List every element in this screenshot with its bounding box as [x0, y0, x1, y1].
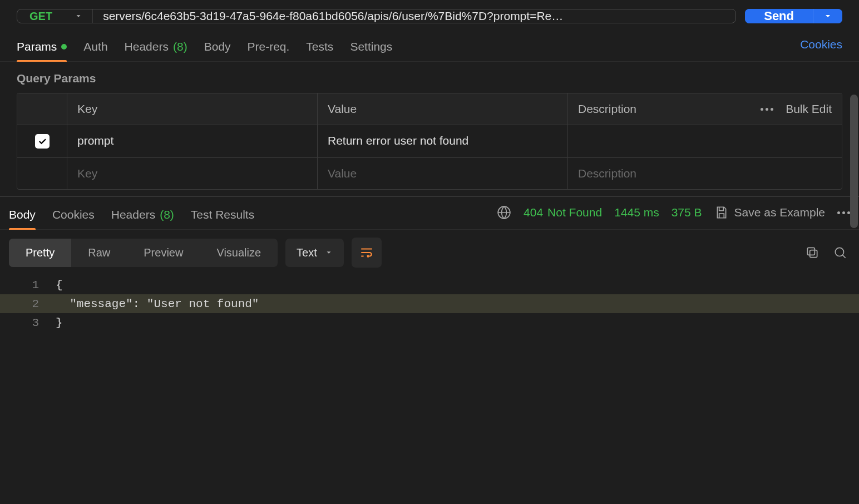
response-time: 1445 ms: [614, 206, 659, 219]
save-as-example-button[interactable]: Save as Example: [714, 205, 825, 220]
more-columns-icon[interactable]: [761, 108, 773, 111]
check-icon: [37, 136, 47, 146]
tab-auth[interactable]: Auth: [83, 36, 107, 61]
param-value-input[interactable]: Return error user not found: [318, 125, 568, 157]
svg-rect-1: [810, 250, 817, 258]
chevron-down-icon: [325, 249, 333, 256]
tab-params[interactable]: Params: [17, 36, 67, 61]
response-status: 404 Not Found: [524, 206, 602, 219]
chevron-down-icon: [823, 12, 832, 21]
tab-headers-label: Headers: [125, 40, 169, 53]
tab-test-results[interactable]: Test Results: [191, 204, 254, 229]
send-button[interactable]: Send: [745, 9, 813, 23]
copy-icon: [805, 245, 819, 260]
search-icon: [833, 245, 847, 260]
header-description: Description Bulk Edit: [568, 93, 842, 125]
chevron-down-icon: [75, 12, 82, 20]
param-description-input[interactable]: [568, 125, 842, 157]
status-code: 404: [524, 206, 543, 219]
globe-icon[interactable]: [497, 205, 511, 220]
format-label: Text: [297, 246, 317, 259]
http-method-label: GET: [29, 10, 52, 23]
param-key-input[interactable]: prompt: [67, 125, 318, 157]
url-input[interactable]: [93, 9, 735, 23]
scrollbar[interactable]: [850, 95, 858, 228]
send-options-button[interactable]: [813, 9, 842, 23]
tab-tests[interactable]: Tests: [306, 36, 333, 61]
view-mode-group: Pretty Raw Preview Visualize: [9, 239, 278, 267]
response-size: 375 B: [672, 206, 702, 219]
code-line: "message": "User not found": [56, 298, 859, 310]
line-number: 3: [0, 317, 56, 329]
tab-headers[interactable]: Headers (8): [125, 36, 187, 61]
tab-response-headers-label: Headers: [111, 208, 155, 221]
tab-params-label: Params: [17, 40, 57, 53]
new-check: [17, 158, 67, 189]
query-params-title: Query Params: [0, 62, 859, 93]
tab-prereq[interactable]: Pre-req.: [248, 36, 290, 61]
view-pretty-button[interactable]: Pretty: [9, 239, 71, 267]
tab-response-body[interactable]: Body: [9, 204, 36, 229]
table-row-new: Key Value Description: [17, 158, 842, 189]
more-icon[interactable]: [837, 211, 850, 214]
wrap-icon: [359, 245, 374, 260]
param-enabled-checkbox[interactable]: [35, 134, 50, 149]
view-raw-button[interactable]: Raw: [71, 239, 127, 267]
response-body-code[interactable]: 1 { 2 "message": "User not found" 3 }: [0, 275, 859, 332]
header-check: [17, 93, 67, 125]
svg-rect-2: [807, 248, 814, 255]
header-key: Key: [67, 93, 318, 125]
header-value: Value: [318, 93, 568, 125]
header-description-label: Description: [578, 102, 636, 116]
bulk-edit-button[interactable]: Bulk Edit: [786, 102, 832, 116]
search-response-button[interactable]: [830, 243, 850, 263]
param-key-input[interactable]: Key: [67, 158, 318, 189]
code-line: {: [56, 279, 859, 291]
tab-response-headers[interactable]: Headers (8): [111, 204, 174, 229]
format-select[interactable]: Text: [285, 239, 344, 267]
table-row: prompt Return error user not found: [17, 125, 842, 158]
query-params-table: Key Value Description Bulk Edit prompt R…: [17, 93, 842, 190]
response-headers-count: (8): [160, 208, 174, 221]
line-number: 2: [0, 298, 56, 310]
params-indicator-dot: [61, 44, 67, 50]
tab-response-cookies[interactable]: Cookies: [52, 204, 95, 229]
param-description-input[interactable]: Description: [568, 158, 842, 189]
tab-body[interactable]: Body: [204, 36, 231, 61]
http-method-select[interactable]: GET: [17, 9, 93, 23]
line-number: 1: [0, 279, 56, 291]
status-text: Not Found: [547, 206, 602, 219]
headers-count: (8): [173, 40, 187, 53]
cookies-link[interactable]: Cookies: [800, 38, 842, 59]
code-line: }: [56, 317, 859, 329]
view-visualize-button[interactable]: Visualize: [200, 239, 278, 267]
svg-point-3: [835, 248, 843, 256]
view-preview-button[interactable]: Preview: [127, 239, 200, 267]
param-value-input[interactable]: Value: [318, 158, 568, 189]
table-header-row: Key Value Description Bulk Edit: [17, 93, 842, 125]
save-example-label: Save as Example: [734, 206, 825, 219]
copy-button[interactable]: [802, 243, 822, 263]
tab-settings[interactable]: Settings: [350, 36, 392, 61]
save-icon: [714, 205, 729, 220]
wrap-lines-button[interactable]: [352, 238, 382, 268]
